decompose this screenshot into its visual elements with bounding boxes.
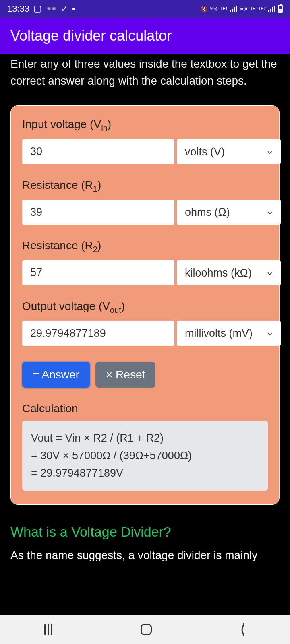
status-right: 🔇 Vo)) LTE1 Vo)) LTE LTE2: [201, 5, 283, 13]
gallery-icon: ▢: [33, 4, 42, 14]
intro-text: Enter any of three values inside the tex…: [10, 56, 280, 89]
section-heading: What is a Voltage Divider?: [10, 524, 280, 540]
vin-input[interactable]: [22, 139, 174, 164]
vin-label: Input voltage (Vin): [22, 118, 268, 133]
vout-input[interactable]: [22, 321, 174, 346]
section-body: As the name suggests, a voltage divider …: [10, 547, 280, 564]
field-vout: Output voltage (Vout) millivolts (mV): [22, 300, 268, 346]
vin-unit-select[interactable]: volts (V): [177, 139, 281, 164]
check-icon: ✓: [61, 4, 68, 14]
vout-unit-select[interactable]: millivolts (mV): [177, 321, 281, 346]
signal-1-icon: [230, 6, 237, 12]
r1-input[interactable]: [22, 200, 174, 225]
page-title: Voltage divider calculator: [10, 27, 172, 44]
calculation-label: Calculation: [22, 402, 268, 415]
lte2-label: Vo)) LTE LTE2: [240, 7, 266, 11]
r1-label: Resistance (R1): [22, 179, 268, 194]
field-r1: Resistance (R1) ohms (Ω): [22, 179, 268, 225]
button-row: = Answer × Reset: [22, 362, 268, 388]
reset-button[interactable]: × Reset: [95, 362, 155, 388]
signal-2-icon: [268, 6, 276, 12]
field-r2: Resistance (R2) kiloohms (kΩ): [22, 239, 268, 285]
lte1-label: Vo)) LTE1: [210, 7, 228, 11]
nav-bar: ⟨: [0, 615, 290, 644]
calculation-box: Vout = Vin × R2 / (R1 + R2) = 30V × 5700…: [22, 421, 268, 491]
field-vin: Input voltage (Vin) volts (V): [22, 118, 268, 164]
content: Enter any of three values inside the tex…: [0, 56, 290, 564]
nav-recent-button[interactable]: [44, 624, 52, 635]
r2-unit-select[interactable]: kiloohms (kΩ): [177, 260, 281, 285]
vout-label: Output voltage (Vout): [22, 300, 268, 315]
r2-label: Resistance (R2): [22, 239, 268, 254]
status-bar: 13:33 ▢ 👓 ✓ • 🔇 Vo)) LTE1 Vo)) LTE LTE2: [0, 0, 290, 18]
nav-home-button[interactable]: [141, 624, 152, 635]
battery-icon: [278, 5, 283, 13]
dot-icon: •: [72, 4, 75, 14]
r1-unit-select[interactable]: ohms (Ω): [177, 200, 281, 225]
hat-icon: 👓: [46, 4, 57, 14]
mute-icon: 🔇: [201, 6, 207, 12]
r2-input[interactable]: [22, 260, 174, 285]
app-bar: Voltage divider calculator: [0, 18, 290, 54]
answer-button[interactable]: = Answer: [22, 362, 90, 388]
calculator-card: Input voltage (Vin) volts (V) Resistance…: [10, 105, 280, 505]
clock: 13:33: [7, 4, 29, 14]
nav-back-button[interactable]: ⟨: [240, 621, 246, 638]
status-left: 13:33 ▢ 👓 ✓ •: [7, 4, 75, 14]
